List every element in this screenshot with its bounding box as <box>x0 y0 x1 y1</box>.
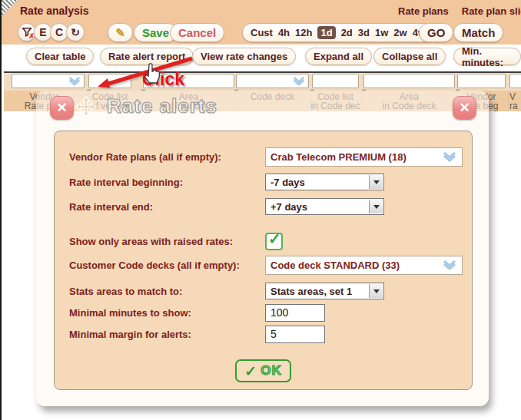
dialog-close-button-left[interactable]: ✕ <box>50 96 74 120</box>
select-arrow-button[interactable] <box>369 175 383 189</box>
filter-area-deck[interactable] <box>363 74 455 88</box>
minimal-margin-input[interactable] <box>265 326 325 343</box>
filter-clipped[interactable] <box>509 74 521 88</box>
field-label: Show only areas with raised rates: <box>69 236 265 247</box>
filter-code-list-deck[interactable] <box>312 74 359 88</box>
filter-vendor-rate-plan[interactable] <box>12 74 85 88</box>
filter-vendor-rate-beg[interactable] <box>457 74 506 88</box>
nav-rate-plans[interactable]: Rate plans <box>398 5 449 17</box>
ok-button[interactable]: ✓ OK <box>235 359 291 382</box>
time-range-1w[interactable]: 1w <box>375 27 388 38</box>
time-range-3d[interactable]: 3d <box>358 27 370 38</box>
match-button[interactable]: Match <box>453 23 503 42</box>
expand-all-button[interactable]: Expand all <box>305 48 372 65</box>
stats-areas-select[interactable]: Stats areas, set 1 <box>265 283 384 299</box>
pencil-icon: ✎ <box>115 26 125 40</box>
rate-alerts-dialog: ✕ Rate alerts ✕ Vendor Rate plans (all i… <box>36 91 489 406</box>
field-label: Vendor Rate plans (all if empty): <box>69 151 265 163</box>
hand-cursor-icon <box>142 63 161 84</box>
field-label: Minimal minutes to show: <box>69 307 265 319</box>
cancel-button[interactable]: Cancel <box>170 23 224 42</box>
filter-code-deck[interactable] <box>236 74 309 88</box>
time-range-1d-selected[interactable]: 1d <box>317 26 335 39</box>
move-handle-icon[interactable] <box>75 96 98 119</box>
dialog-title: Rate alerts <box>107 94 217 118</box>
customer-code-decks-dropdown[interactable]: Code deck STANDARD (33) <box>265 256 463 275</box>
close-icon: ✕ <box>459 100 470 116</box>
time-range-selector: Cust 4h 12h 1d 2d 3d 1w 2w 4w <box>242 23 434 42</box>
rate-analysis-window: Rate analysis Rate plans Rate plan slice… <box>0 0 521 420</box>
field-label: Minimal margin for alerts: <box>69 329 265 340</box>
top-bar: Rate analysis Rate plans Rate plan slice… <box>2 0 521 45</box>
raised-rates-checkbox[interactable]: ✓ <box>265 233 283 250</box>
go-button[interactable]: GO <box>419 23 453 42</box>
chevron-down-icon <box>442 260 457 270</box>
refresh-icon: ↻ <box>71 26 80 38</box>
min-minutes-button[interactable]: Min. minutes: <box>453 48 521 65</box>
rate-interval-end-select[interactable]: +7 days <box>265 198 384 215</box>
top-nav: Rate plans Rate plan slice <box>398 5 521 17</box>
col-header-clipped[interactable]: Vra <box>509 92 521 112</box>
vendor-rate-plans-dropdown[interactable]: Crab Telecom PREMIUM (18) <box>265 147 463 167</box>
field-label: Rate interval end: <box>69 201 265 213</box>
check-icon: ✓ <box>244 364 257 379</box>
time-range-2w[interactable]: 2w <box>393 27 407 38</box>
dialog-body: Vendor Rate plans (all if empty): Crab T… <box>54 131 473 390</box>
nav-rate-plan-slice[interactable]: Rate plan slice <box>462 5 521 17</box>
field-label: Rate interval beginning: <box>69 177 265 188</box>
dialog-close-button-right[interactable]: ✕ <box>453 96 476 120</box>
time-range-12h[interactable]: 12h <box>295 27 312 38</box>
select-arrow-button[interactable] <box>369 200 383 213</box>
close-icon: ✕ <box>56 100 67 116</box>
time-range-cust[interactable]: Cust <box>251 27 273 38</box>
time-range-2d[interactable]: 2d <box>341 27 353 38</box>
select-arrow-button[interactable] <box>369 284 383 298</box>
minimal-minutes-input[interactable] <box>265 304 325 322</box>
triangle-down-icon <box>373 205 380 212</box>
view-rate-changes-button[interactable]: View rate changes <box>192 48 296 65</box>
collapse-all-button[interactable]: Collapse all <box>373 48 446 65</box>
page-title: Rate analysis <box>20 5 89 17</box>
field-label: Stats areas to match to: <box>69 286 265 297</box>
check-icon: ✓ <box>268 230 281 248</box>
toolbar-icon-group: ✗ E C ↻ <box>18 23 82 41</box>
corner-resize-grip-icon[interactable] <box>2 0 18 16</box>
triangle-down-icon <box>373 180 380 187</box>
field-label: Customer Code decks (all if empty): <box>69 260 265 271</box>
chevron-down-icon <box>68 76 81 86</box>
rate-interval-beginning-select[interactable]: -7 days <box>265 174 384 190</box>
time-range-4h[interactable]: 4h <box>278 27 290 38</box>
chevron-down-icon <box>292 76 306 86</box>
edit-pencil-button[interactable]: ✎ <box>108 23 133 42</box>
refresh-button[interactable]: ↻ <box>66 23 85 41</box>
chevron-down-icon <box>442 151 457 162</box>
triangle-down-icon <box>373 289 380 296</box>
